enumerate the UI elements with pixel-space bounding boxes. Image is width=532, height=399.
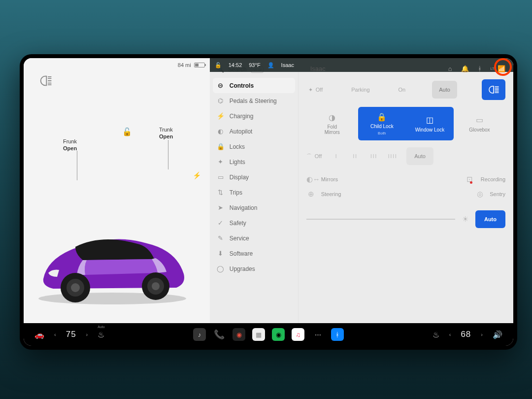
driver-seat-heat-button[interactable]: Auto♨ xyxy=(98,330,104,339)
menu-item-label: Service xyxy=(230,235,249,242)
fold-mirrors-button[interactable]: ◑ Fold Mirrors xyxy=(306,107,358,140)
steering-wheel-icon: ⊕ xyxy=(306,190,316,199)
mirrors-adjust-icon: ◐↔ xyxy=(306,175,316,184)
menu-item-service[interactable]: ✎Service xyxy=(210,231,298,246)
menu-item-controls[interactable]: ⊝Controls xyxy=(213,78,295,93)
passenger-temp[interactable]: 68 xyxy=(461,330,471,339)
wiper-level-1[interactable]: I xyxy=(329,149,344,164)
svg-point-6 xyxy=(152,282,160,290)
menu-item-label: Trips xyxy=(230,189,242,196)
menu-item-safety[interactable]: ✓Safety xyxy=(210,215,298,231)
menu-item-display[interactable]: ▭Display xyxy=(210,169,298,185)
upgrades-icon: ◯ xyxy=(217,265,225,272)
touchscreen: 84 mi 🔓 14:52 93°F 👤 Isaac 🔓 Frunk Open … xyxy=(24,58,513,346)
lights-parking-option[interactable]: Parking xyxy=(349,84,371,96)
car-controls-dock-button[interactable]: 🚗 xyxy=(34,330,44,339)
profile-name-status[interactable]: Isaac xyxy=(281,62,294,68)
glovebox-button[interactable]: ▭ Glovebox xyxy=(454,107,505,140)
brightness-row: ☀ Auto xyxy=(306,210,505,228)
menu-item-software[interactable]: ⬇Software xyxy=(210,246,298,261)
service-icon: ✎ xyxy=(217,234,225,242)
battery-icon xyxy=(194,63,205,67)
car-render[interactable] xyxy=(29,220,196,308)
driver-temp[interactable]: 75 xyxy=(66,330,76,339)
high-beam-icon xyxy=(488,85,499,94)
wiper-auto-button[interactable]: Auto xyxy=(406,147,433,165)
mirror-fold-icon: ◑ xyxy=(329,112,335,122)
menu-item-trips[interactable]: ⇅Trips xyxy=(210,185,298,200)
wiper-level-3[interactable]: III xyxy=(366,149,382,164)
menu-item-locks[interactable]: 🔒Locks xyxy=(210,139,298,154)
spotify-app-button[interactable]: ◉ xyxy=(272,328,285,341)
wipers-off-option[interactable]: ⌒Off xyxy=(306,153,326,160)
menu-item-navigation[interactable]: ➤Navigation xyxy=(210,200,298,215)
controls-content: Isaac ⌂ 🔔 ᚼ LTE 📶 ✦Off xyxy=(299,58,513,323)
high-beam-button[interactable] xyxy=(482,79,505,100)
wipers-row: ⌒Off I II III IIII Auto xyxy=(306,147,505,165)
lights-auto-button[interactable]: Auto xyxy=(432,81,457,99)
frunk-leader-line xyxy=(77,151,77,180)
navigation-icon: ➤ xyxy=(217,204,225,211)
passenger-seat-heat-button[interactable]: ♨ xyxy=(432,330,439,339)
trunk-button[interactable]: Trunk Open xyxy=(159,126,173,140)
lights-on-option[interactable]: On xyxy=(397,84,408,96)
steering-adjust-button[interactable]: ⊕ Steering xyxy=(306,190,341,199)
glovebox-icon: ▭ xyxy=(476,115,483,125)
temp-right-up[interactable]: › xyxy=(481,332,483,337)
camera-app-button[interactable]: ◉ xyxy=(233,328,245,341)
brightness-slider[interactable] xyxy=(306,219,455,220)
mirrors-adjust-button[interactable]: ◐↔ Mirrors xyxy=(306,175,338,184)
controls-pane: 🔍 Search NEW ⊝Controls⌬Pedals & Steering… xyxy=(210,58,513,323)
menu-item-autopilot[interactable]: ◐Autopilot xyxy=(210,124,298,139)
outside-temp: 93°F xyxy=(249,62,260,68)
brightness-icon: ☀ xyxy=(462,215,468,224)
menu-item-label: Software xyxy=(230,250,253,257)
child-lock-icon: 🔒 xyxy=(377,112,387,122)
apple-music-app-button[interactable]: ♫ xyxy=(292,328,304,341)
range-value: 84 mi xyxy=(178,62,191,68)
calendar-app-button[interactable]: ▦ xyxy=(252,328,265,341)
menu-item-label: Controls xyxy=(230,82,254,89)
svg-point-3 xyxy=(71,283,80,292)
lights-off-option[interactable]: ✦Off xyxy=(306,84,325,96)
wiper-level-4[interactable]: IIII xyxy=(385,149,400,164)
child-lock-button[interactable]: 🔒 Child Lock Both xyxy=(358,107,406,140)
volume-button[interactable]: 🔊 xyxy=(493,330,502,339)
menu-item-upgrades[interactable]: ◯Upgrades xyxy=(210,261,298,276)
trunk-label-text: Trunk xyxy=(159,127,173,133)
all-apps-button[interactable]: ⋯ xyxy=(311,328,324,341)
profile-icon[interactable]: 👤 xyxy=(267,62,274,68)
car-lock-icon[interactable]: 🔓 xyxy=(122,127,132,136)
locks-icon: 🔒 xyxy=(217,143,225,150)
wiper-icon: ⌒ xyxy=(306,153,312,160)
wiper-level-2[interactable]: II xyxy=(347,149,363,164)
menu-item-lights[interactable]: ✦Lights xyxy=(210,154,298,169)
bluetooth-app-button[interactable]: ᚼ xyxy=(331,328,344,341)
temp-left-up[interactable]: › xyxy=(86,332,88,337)
menu-item-label: Charging xyxy=(230,113,254,120)
music-app-button[interactable]: ♪ xyxy=(193,328,206,341)
menu-item-label: Upgrades xyxy=(230,266,255,272)
charge-port-icon[interactable]: ⚡ xyxy=(193,171,201,179)
sentry-mode-button[interactable]: ◎ Sentry xyxy=(475,190,505,199)
menu-item-pedals-steering[interactable]: ⌬Pedals & Steering xyxy=(210,93,298,108)
temp-left-down[interactable]: ‹ xyxy=(54,332,56,337)
clock: 14:52 xyxy=(229,62,242,68)
temp-right-down[interactable]: ‹ xyxy=(449,332,451,337)
window-lock-button[interactable]: ◫ Window Lock xyxy=(406,107,454,140)
brightness-auto-button[interactable]: Auto xyxy=(475,210,505,228)
menu-item-label: Autopilot xyxy=(230,128,253,135)
menu-item-label: Display xyxy=(230,174,249,181)
phone-app-button[interactable]: 📞 xyxy=(213,328,226,341)
frunk-button[interactable]: Frunk Open xyxy=(63,138,77,152)
menu-item-label: Pedals & Steering xyxy=(230,98,277,104)
locks-row: ◑ Fold Mirrors 🔒 Child Lock Both ◫ xyxy=(306,107,505,140)
headlight-indicator-icon xyxy=(38,74,52,88)
menu-item-label: Navigation xyxy=(230,204,258,211)
dashcam-recording-button[interactable]: ⊡ Recording xyxy=(466,175,505,184)
menu-item-charging[interactable]: ⚡Charging xyxy=(210,108,298,124)
charging-icon: ⚡ xyxy=(217,112,225,120)
lock-status-icon[interactable]: 🔓 xyxy=(215,62,222,68)
menu-item-label: Safety xyxy=(230,220,246,227)
trunk-state: Open xyxy=(159,133,173,140)
